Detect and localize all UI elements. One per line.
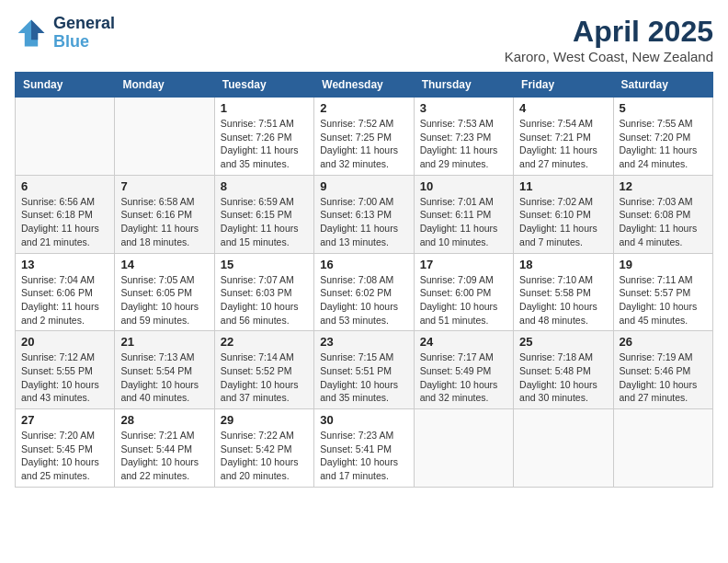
day-info: Sunrise: 7:14 AM Sunset: 5:52 PM Dayligh…: [221, 350, 308, 405]
day-number: 21: [120, 335, 208, 349]
calendar-week-row: 6Sunrise: 6:56 AM Sunset: 6:18 PM Daylig…: [16, 175, 713, 253]
day-info: Sunrise: 6:58 AM Sunset: 6:16 PM Dayligh…: [120, 195, 208, 249]
weekday-header: Tuesday: [214, 73, 313, 98]
day-info: Sunrise: 7:15 AM Sunset: 5:51 PM Dayligh…: [320, 350, 407, 405]
day-number: 27: [21, 413, 108, 427]
day-number: 7: [120, 179, 208, 193]
day-number: 30: [320, 413, 407, 427]
day-number: 28: [120, 413, 208, 427]
day-info: Sunrise: 7:08 AM Sunset: 6:02 PM Dayligh…: [320, 273, 407, 327]
month-title: April 2025: [505, 15, 713, 49]
calendar-cell: 21Sunrise: 7:13 AM Sunset: 5:54 PM Dayli…: [115, 331, 214, 409]
calendar-cell: 2Sunrise: 7:52 AM Sunset: 7:25 PM Daylig…: [314, 98, 414, 176]
day-info: Sunrise: 6:59 AM Sunset: 6:15 PM Dayligh…: [221, 195, 308, 249]
calendar-cell: 8Sunrise: 6:59 AM Sunset: 6:15 PM Daylig…: [214, 175, 313, 253]
calendar-cell: 15Sunrise: 7:07 AM Sunset: 6:03 PM Dayli…: [214, 253, 313, 331]
day-number: 19: [620, 258, 707, 271]
day-info: Sunrise: 7:22 AM Sunset: 5:42 PM Dayligh…: [221, 429, 308, 483]
weekday-header: Thursday: [414, 73, 513, 98]
day-number: 15: [221, 258, 308, 271]
day-number: 17: [420, 258, 507, 271]
calendar-cell: 6Sunrise: 6:56 AM Sunset: 6:18 PM Daylig…: [16, 175, 115, 253]
day-info: Sunrise: 7:20 AM Sunset: 5:45 PM Dayligh…: [21, 429, 108, 483]
day-number: 6: [21, 179, 108, 193]
calendar-cell: [414, 409, 513, 488]
calendar-cell: 25Sunrise: 7:18 AM Sunset: 5:48 PM Dayli…: [514, 331, 613, 409]
calendar-cell: 27Sunrise: 7:20 AM Sunset: 5:45 PM Dayli…: [16, 409, 115, 488]
location-title: Karoro, West Coast, New Zealand: [505, 49, 713, 64]
day-info: Sunrise: 7:55 AM Sunset: 7:20 PM Dayligh…: [620, 117, 707, 171]
day-number: 16: [320, 258, 407, 271]
day-number: 8: [221, 179, 308, 193]
day-number: 26: [620, 335, 707, 349]
calendar-header-row: SundayMondayTuesdayWednesdayThursdayFrid…: [16, 73, 713, 98]
day-info: Sunrise: 7:19 AM Sunset: 5:46 PM Dayligh…: [620, 350, 707, 405]
day-info: Sunrise: 6:56 AM Sunset: 6:18 PM Dayligh…: [21, 195, 108, 249]
day-number: 29: [221, 413, 308, 427]
calendar-cell: [514, 409, 613, 488]
logo-line2: Blue: [53, 33, 115, 52]
calendar-cell: 4Sunrise: 7:54 AM Sunset: 7:21 PM Daylig…: [514, 98, 613, 176]
day-info: Sunrise: 7:07 AM Sunset: 6:03 PM Dayligh…: [221, 273, 308, 327]
day-info: Sunrise: 7:21 AM Sunset: 5:44 PM Dayligh…: [120, 429, 208, 483]
weekday-header: Sunday: [16, 73, 115, 98]
day-info: Sunrise: 7:03 AM Sunset: 6:08 PM Dayligh…: [620, 195, 707, 249]
day-info: Sunrise: 7:01 AM Sunset: 6:11 PM Dayligh…: [420, 195, 507, 249]
calendar-cell: 19Sunrise: 7:11 AM Sunset: 5:57 PM Dayli…: [613, 253, 712, 331]
day-number: 3: [420, 101, 507, 115]
day-number: 22: [221, 335, 308, 349]
title-area: April 2025 Karoro, West Coast, New Zeala…: [505, 15, 713, 64]
logo: General Blue: [15, 15, 115, 52]
calendar-cell: 16Sunrise: 7:08 AM Sunset: 6:02 PM Dayli…: [314, 253, 414, 331]
calendar-week-row: 1Sunrise: 7:51 AM Sunset: 7:26 PM Daylig…: [16, 98, 713, 176]
day-number: 2: [320, 101, 407, 115]
calendar-cell: 5Sunrise: 7:55 AM Sunset: 7:20 PM Daylig…: [613, 98, 712, 176]
day-info: Sunrise: 7:18 AM Sunset: 5:48 PM Dayligh…: [519, 350, 607, 405]
day-number: 23: [320, 335, 407, 349]
day-info: Sunrise: 7:13 AM Sunset: 5:54 PM Dayligh…: [120, 350, 208, 405]
day-number: 11: [519, 179, 607, 193]
calendar-cell: 29Sunrise: 7:22 AM Sunset: 5:42 PM Dayli…: [214, 409, 313, 488]
day-number: 13: [21, 258, 108, 271]
day-number: 9: [320, 179, 407, 193]
day-info: Sunrise: 7:23 AM Sunset: 5:41 PM Dayligh…: [320, 429, 407, 483]
calendar-cell: 23Sunrise: 7:15 AM Sunset: 5:51 PM Dayli…: [314, 331, 414, 409]
day-info: Sunrise: 7:10 AM Sunset: 5:58 PM Dayligh…: [519, 273, 607, 327]
day-info: Sunrise: 7:52 AM Sunset: 7:25 PM Dayligh…: [320, 117, 407, 171]
day-info: Sunrise: 7:02 AM Sunset: 6:10 PM Dayligh…: [519, 195, 607, 249]
day-info: Sunrise: 7:51 AM Sunset: 7:26 PM Dayligh…: [221, 117, 308, 171]
calendar-cell: 26Sunrise: 7:19 AM Sunset: 5:46 PM Dayli…: [613, 331, 712, 409]
logo-line1: General: [53, 15, 115, 33]
calendar-cell: 9Sunrise: 7:00 AM Sunset: 6:13 PM Daylig…: [314, 175, 414, 253]
day-info: Sunrise: 7:54 AM Sunset: 7:21 PM Dayligh…: [519, 117, 607, 171]
calendar-week-row: 20Sunrise: 7:12 AM Sunset: 5:55 PM Dayli…: [16, 331, 713, 409]
weekday-header: Saturday: [613, 73, 712, 98]
calendar-cell: 13Sunrise: 7:04 AM Sunset: 6:06 PM Dayli…: [16, 253, 115, 331]
day-number: 10: [420, 179, 507, 193]
day-info: Sunrise: 7:09 AM Sunset: 6:00 PM Dayligh…: [420, 273, 507, 327]
day-number: 25: [519, 335, 607, 349]
day-number: 5: [620, 101, 707, 115]
day-info: Sunrise: 7:53 AM Sunset: 7:23 PM Dayligh…: [420, 117, 507, 171]
logo-text: General Blue: [53, 15, 115, 52]
weekday-header: Friday: [514, 73, 613, 98]
day-number: 1: [221, 101, 308, 115]
weekday-header: Wednesday: [314, 73, 414, 98]
calendar-week-row: 27Sunrise: 7:20 AM Sunset: 5:45 PM Dayli…: [16, 409, 713, 488]
weekday-header: Monday: [115, 73, 214, 98]
calendar-cell: 7Sunrise: 6:58 AM Sunset: 6:16 PM Daylig…: [115, 175, 214, 253]
calendar-cell: 18Sunrise: 7:10 AM Sunset: 5:58 PM Dayli…: [514, 253, 613, 331]
calendar-cell: 3Sunrise: 7:53 AM Sunset: 7:23 PM Daylig…: [414, 98, 513, 176]
calendar-cell: 1Sunrise: 7:51 AM Sunset: 7:26 PM Daylig…: [214, 98, 313, 176]
day-info: Sunrise: 7:00 AM Sunset: 6:13 PM Dayligh…: [320, 195, 407, 249]
day-number: 24: [420, 335, 507, 349]
calendar: SundayMondayTuesdayWednesdayThursdayFrid…: [15, 72, 713, 488]
page-header: General Blue April 2025 Karoro, West Coa…: [15, 15, 713, 64]
logo-icon: [15, 17, 48, 50]
calendar-cell: 24Sunrise: 7:17 AM Sunset: 5:49 PM Dayli…: [414, 331, 513, 409]
calendar-cell: 22Sunrise: 7:14 AM Sunset: 5:52 PM Dayli…: [214, 331, 313, 409]
calendar-cell: [115, 98, 214, 176]
day-info: Sunrise: 7:04 AM Sunset: 6:06 PM Dayligh…: [21, 273, 108, 327]
calendar-cell: 30Sunrise: 7:23 AM Sunset: 5:41 PM Dayli…: [314, 409, 414, 488]
day-info: Sunrise: 7:05 AM Sunset: 6:05 PM Dayligh…: [120, 273, 208, 327]
